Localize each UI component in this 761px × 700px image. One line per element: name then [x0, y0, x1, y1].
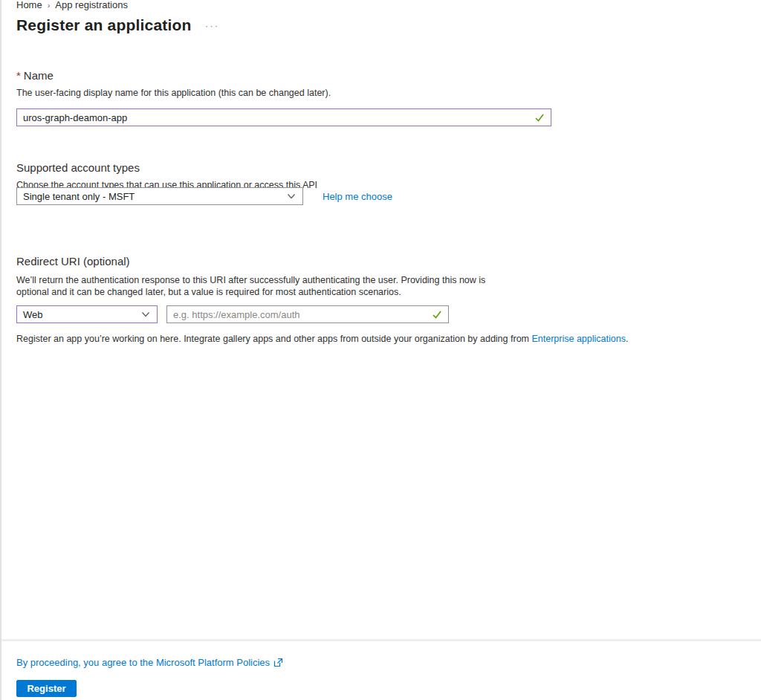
register-button[interactable]: Register — [16, 680, 77, 697]
more-options-icon[interactable]: ··· — [205, 20, 219, 31]
name-description: The user-facing display name for this ap… — [16, 87, 331, 99]
enterprise-applications-link[interactable]: Enterprise applications — [531, 334, 625, 344]
chevron-down-icon — [287, 192, 296, 201]
redirect-platform-selected-value: Web — [23, 309, 43, 320]
enterprise-apps-note: Register an app you’re working on here. … — [16, 334, 628, 344]
platform-policies-link[interactable]: By proceeding, you agree to the Microsof… — [16, 657, 270, 668]
enterprise-apps-note-text: Register an app you’re working on here. … — [16, 334, 531, 344]
chevron-down-icon — [141, 310, 150, 319]
enterprise-apps-note-suffix: . — [626, 334, 628, 344]
policy-line: By proceeding, you agree to the Microsof… — [16, 657, 283, 668]
page-title: Register an application — [16, 16, 192, 34]
account-type-selected-value: Single tenant only - MSFT — [23, 191, 135, 202]
account-types-section-label: Supported account types — [16, 161, 140, 174]
valid-checkmark-icon — [432, 309, 442, 320]
redirect-uri-description-line1: We’ll return the authentication response… — [16, 274, 499, 286]
app-name-field-wrapper — [16, 108, 551, 126]
redirect-platform-select[interactable]: Web — [16, 305, 158, 323]
breadcrumb-separator-icon: › — [48, 0, 51, 10]
breadcrumb-app-registrations[interactable]: App registrations — [55, 0, 128, 10]
account-type-select[interactable]: Single tenant only - MSFT — [16, 187, 303, 205]
external-link-icon — [273, 658, 283, 667]
redirect-uri-description-line2: optional and it can be changed later, bu… — [16, 286, 499, 298]
redirect-uri-input[interactable] — [167, 306, 448, 323]
footer-divider — [1, 639, 761, 641]
register-application-blade: Home › App registrations Register an app… — [0, 0, 761, 700]
redirect-uri-description: We’ll return the authentication response… — [16, 274, 499, 298]
redirect-uri-section-label: Redirect URI (optional) — [16, 255, 130, 268]
breadcrumb-home[interactable]: Home — [16, 0, 42, 10]
app-name-input[interactable] — [17, 109, 551, 126]
redirect-uri-field-wrapper — [166, 305, 449, 323]
name-label-text: Name — [24, 69, 54, 82]
valid-checkmark-icon — [534, 112, 545, 123]
breadcrumb: Home › App registrations — [16, 0, 128, 10]
required-marker: * — [16, 69, 21, 82]
help-me-choose-link[interactable]: Help me choose — [323, 191, 392, 202]
name-section-label: *Name — [16, 69, 54, 82]
